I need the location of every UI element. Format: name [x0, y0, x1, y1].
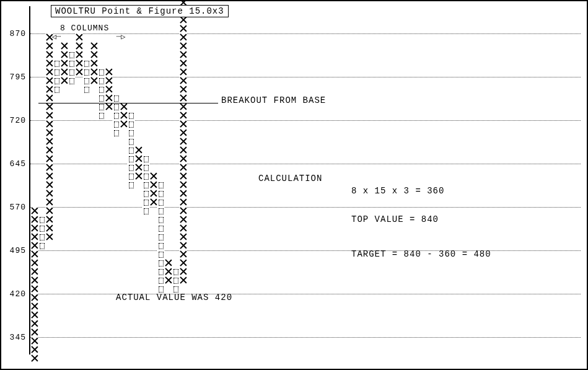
pf-x-cell: [180, 33, 187, 42]
pf-x-cell: [105, 86, 113, 94]
pf-x-cell: [31, 346, 38, 355]
actual-value-label: ACTUAL VALUE WAS 420: [116, 293, 232, 302]
pf-x-cell: [31, 337, 38, 346]
pf-o-cell: [113, 94, 120, 103]
pf-x-cell: [61, 51, 68, 59]
pf-x-cell: [46, 86, 53, 94]
y-tick-label: 570: [1, 203, 26, 212]
pf-x-cell: [135, 164, 143, 172]
pf-o-cell: [83, 86, 90, 94]
pf-o-cell: [83, 77, 90, 86]
pf-o-cell: [98, 112, 105, 120]
pf-x-cell: [180, 112, 187, 120]
pf-x-cell: [180, 276, 187, 285]
y-tick-label: 720: [1, 116, 26, 125]
pf-x-cell: [76, 42, 83, 51]
pf-x-cell: [46, 198, 53, 207]
pf-x-cell: [135, 155, 143, 164]
pf-o-cell: [98, 103, 105, 112]
pf-o-cell: [98, 94, 105, 103]
pf-x-cell: [90, 59, 98, 68]
pf-x-cell: [46, 103, 53, 112]
pf-x-cell: [46, 68, 53, 77]
pf-o-cell: [68, 51, 76, 59]
y-tick-label: 645: [1, 159, 26, 169]
pf-x-cell: [180, 242, 187, 250]
pf-o-cell: [68, 59, 76, 68]
columns-count-label: 8 COLUMNS: [60, 24, 109, 33]
pf-x-cell: [76, 68, 83, 77]
pf-o-cell: [113, 112, 120, 120]
pf-x-cell: [61, 68, 68, 77]
pf-x-cell: [180, 233, 187, 242]
pf-x-cell: [105, 94, 113, 103]
pf-x-cell: [150, 172, 157, 181]
bracket-left-arrow-icon: ◁┈: [52, 32, 61, 42]
pf-o-cell: [38, 242, 46, 250]
pf-o-cell: [53, 77, 61, 86]
y-tick-label: 495: [1, 246, 26, 255]
pf-x-cell: [31, 242, 38, 250]
pf-x-cell: [180, 16, 187, 25]
pf-x-cell: [180, 59, 187, 68]
pf-x-cell: [46, 207, 53, 216]
pf-x-cell: [180, 77, 187, 86]
pf-o-cell: [157, 207, 165, 216]
pf-x-cell: [46, 129, 53, 138]
pf-x-cell: [180, 190, 187, 198]
pf-x-cell: [31, 328, 38, 337]
pf-x-cell: [46, 51, 53, 59]
pf-x-cell: [165, 276, 172, 285]
pf-x-cell: [46, 181, 53, 190]
pf-o-cell: [172, 276, 180, 285]
pf-x-cell: [46, 112, 53, 120]
pf-o-cell: [113, 103, 120, 112]
pf-x-cell: [105, 68, 113, 77]
bracket-right-arrow-icon: ┈▷: [116, 32, 125, 42]
pf-o-cell: [157, 233, 165, 242]
pf-o-cell: [128, 120, 135, 129]
calc-heading: CALCULATION: [258, 174, 322, 183]
gridline: [30, 33, 581, 34]
pf-o-cell: [83, 68, 90, 77]
pf-x-cell: [180, 268, 187, 276]
pf-x-cell: [46, 190, 53, 198]
y-tick-label: 870: [1, 29, 26, 38]
pf-x-cell: [180, 216, 187, 224]
pf-o-cell: [128, 181, 135, 190]
pf-x-cell: [180, 146, 187, 155]
pf-o-cell: [128, 164, 135, 172]
pf-x-cell: [180, 164, 187, 172]
pf-o-cell: [157, 198, 165, 207]
pf-o-cell: [53, 59, 61, 68]
gridline: [30, 294, 581, 294]
pf-x-cell: [135, 146, 143, 155]
pf-x-cell: [31, 268, 38, 276]
pf-x-cell: [31, 355, 38, 363]
pf-o-cell: [128, 172, 135, 181]
pf-x-cell: [46, 224, 53, 233]
pf-x-cell: [180, 207, 187, 216]
breakout-line: [38, 103, 218, 104]
pf-x-cell: [165, 268, 172, 276]
pf-x-cell: [76, 51, 83, 59]
pf-o-cell: [143, 198, 150, 207]
y-tick-label: 795: [1, 73, 26, 82]
pf-x-cell: [76, 33, 83, 42]
pf-x-cell: [61, 59, 68, 68]
pf-o-cell: [157, 216, 165, 224]
pf-x-cell: [46, 146, 53, 155]
pf-x-cell: [90, 51, 98, 59]
pf-o-cell: [157, 259, 165, 268]
calc-line-3: TARGET = 840 - 360 = 480: [351, 249, 491, 259]
calc-line-2: TOP VALUE = 840: [351, 214, 439, 224]
pf-x-cell: [31, 302, 38, 311]
pf-o-cell: [128, 155, 135, 164]
pf-o-cell: [113, 129, 120, 138]
pf-x-cell: [150, 181, 157, 190]
pf-x-cell: [180, 138, 187, 146]
pf-o-cell: [128, 112, 135, 120]
pf-o-cell: [143, 181, 150, 190]
pf-x-cell: [180, 172, 187, 181]
pf-x-cell: [180, 86, 187, 94]
